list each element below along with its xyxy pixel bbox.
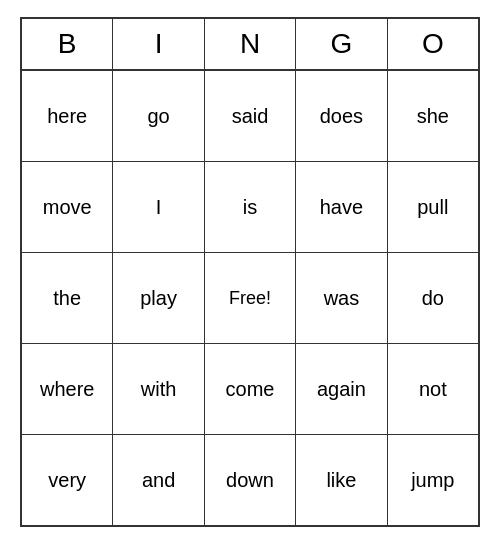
bingo-cell-r2c2: Free!	[205, 253, 296, 343]
bingo-row-2: theplayFree!wasdo	[22, 253, 478, 344]
bingo-cell-r1c0: move	[22, 162, 113, 252]
bingo-cell-r1c1: I	[113, 162, 204, 252]
bingo-cell-r2c0: the	[22, 253, 113, 343]
bingo-card: BINGO heregosaiddoesshemoveIishavepullth…	[20, 17, 480, 527]
bingo-cell-r3c3: again	[296, 344, 387, 434]
bingo-cell-r4c1: and	[113, 435, 204, 525]
bingo-cell-r0c1: go	[113, 71, 204, 161]
bingo-row-1: moveIishavepull	[22, 162, 478, 253]
bingo-row-0: heregosaiddoesshe	[22, 71, 478, 162]
bingo-body: heregosaiddoesshemoveIishavepulltheplayF…	[22, 71, 478, 525]
bingo-cell-r3c2: come	[205, 344, 296, 434]
header-cell-g: G	[296, 19, 387, 69]
bingo-cell-r1c3: have	[296, 162, 387, 252]
bingo-cell-r3c4: not	[388, 344, 478, 434]
bingo-cell-r0c4: she	[388, 71, 478, 161]
bingo-cell-r3c1: with	[113, 344, 204, 434]
bingo-cell-r2c1: play	[113, 253, 204, 343]
bingo-cell-r4c4: jump	[388, 435, 478, 525]
bingo-cell-r4c2: down	[205, 435, 296, 525]
header-cell-b: B	[22, 19, 113, 69]
bingo-cell-r2c4: do	[388, 253, 478, 343]
bingo-cell-r0c3: does	[296, 71, 387, 161]
bingo-cell-r2c3: was	[296, 253, 387, 343]
bingo-cell-r0c0: here	[22, 71, 113, 161]
bingo-cell-r3c0: where	[22, 344, 113, 434]
bingo-cell-r4c3: like	[296, 435, 387, 525]
bingo-row-3: wherewithcomeagainnot	[22, 344, 478, 435]
header-cell-n: N	[205, 19, 296, 69]
bingo-header: BINGO	[22, 19, 478, 71]
bingo-cell-r1c4: pull	[388, 162, 478, 252]
bingo-cell-r4c0: very	[22, 435, 113, 525]
header-cell-i: I	[113, 19, 204, 69]
header-cell-o: O	[388, 19, 478, 69]
bingo-cell-r1c2: is	[205, 162, 296, 252]
bingo-row-4: veryanddownlikejump	[22, 435, 478, 525]
bingo-cell-r0c2: said	[205, 71, 296, 161]
